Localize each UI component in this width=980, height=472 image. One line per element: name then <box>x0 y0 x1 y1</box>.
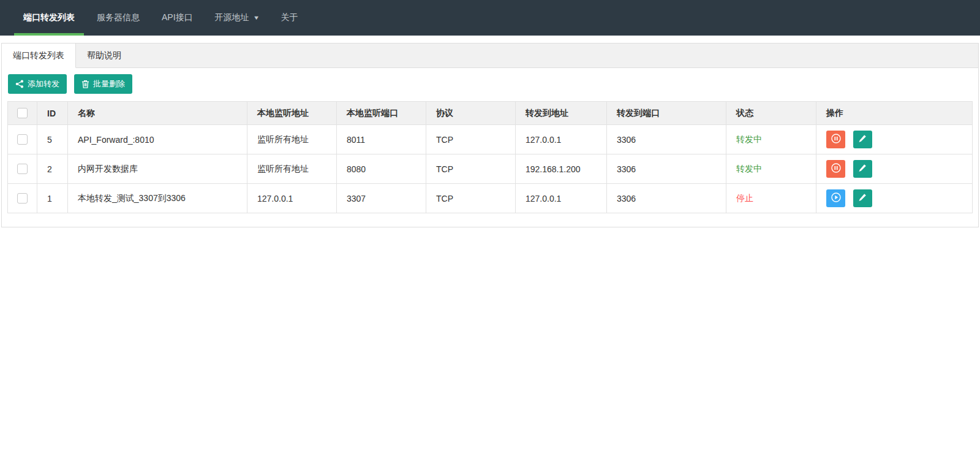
status-badge: 转发中 <box>726 154 816 184</box>
header-status: 状态 <box>726 102 816 125</box>
nav-item-label: 端口转发列表 <box>23 12 75 23</box>
bulk-delete-button[interactable]: 批量删除 <box>74 74 132 94</box>
nav-item-api[interactable]: API接口 <box>153 0 202 36</box>
tab-port-forward-list[interactable]: 端口转发列表 <box>2 44 76 68</box>
cell-protocol: TCP <box>426 154 516 184</box>
row-checkbox[interactable] <box>17 134 28 145</box>
header-select-all-cell <box>8 102 37 125</box>
nav-item-port-forward-list[interactable]: 端口转发列表 <box>14 0 84 36</box>
cell-actions <box>816 184 973 213</box>
bulk-delete-label: 批量删除 <box>93 78 125 89</box>
cell-forward-addr: 127.0.0.1 <box>516 184 607 213</box>
cell-listen-port: 8080 <box>337 154 426 184</box>
cell-actions <box>816 154 973 184</box>
cell-forward-addr: 192.168.1.200 <box>516 154 607 184</box>
cell-protocol: TCP <box>426 184 516 213</box>
select-all-checkbox[interactable] <box>17 108 28 118</box>
header-id: ID <box>37 102 68 125</box>
header-actions: 操作 <box>816 102 973 125</box>
status-badge: 停止 <box>726 184 816 213</box>
nav-item-label: 关于 <box>281 12 298 23</box>
cell-actions <box>816 125 973 154</box>
cell-id: 2 <box>37 154 68 184</box>
tab-help[interactable]: 帮助说明 <box>76 44 132 67</box>
header-protocol: 协议 <box>426 102 516 125</box>
cell-id: 1 <box>37 184 68 213</box>
forward-table: ID 名称 本地监听地址 本地监听端口 协议 转发到地址 转发到端口 状态 操作 <box>7 101 973 213</box>
cell-forward-port: 3306 <box>607 154 726 184</box>
pencil-icon <box>858 193 867 204</box>
cell-listen-addr: 监听所有地址 <box>247 125 337 154</box>
pause-button[interactable] <box>826 131 845 148</box>
play-icon <box>831 192 842 205</box>
cell-name: 内网开发数据库 <box>68 154 247 184</box>
trash-icon <box>81 80 89 88</box>
table-row: 2 内网开发数据库 监听所有地址 8080 TCP 192.168.1.200 … <box>8 154 973 184</box>
caret-down-icon: ▼ <box>252 15 259 21</box>
row-checkbox[interactable] <box>17 164 28 174</box>
pencil-icon <box>858 164 867 174</box>
cell-forward-port: 3306 <box>607 125 726 154</box>
cell-listen-addr: 监听所有地址 <box>247 154 337 184</box>
nav-item-label: 服务器信息 <box>97 12 140 23</box>
table-row: 5 API_Forward_:8010 监听所有地址 8011 TCP 127.… <box>8 125 973 154</box>
cell-listen-port: 3307 <box>337 184 426 213</box>
edit-button[interactable] <box>853 160 872 178</box>
main-panel: 端口转发列表 帮助说明 添加转发 <box>1 43 979 227</box>
cell-id: 5 <box>37 125 68 154</box>
edit-button[interactable] <box>853 131 872 148</box>
tab-label: 帮助说明 <box>87 50 121 61</box>
nav-item-open-source-dropdown[interactable]: 开源地址 ▼ <box>206 0 268 36</box>
cell-name: API_Forward_:8010 <box>68 125 247 154</box>
header-name: 名称 <box>68 102 247 125</box>
edit-button[interactable] <box>853 189 872 207</box>
cell-name: 本地转发_测试_3307到3306 <box>68 184 247 213</box>
add-forward-button[interactable]: 添加转发 <box>8 74 67 94</box>
pause-icon <box>831 133 842 146</box>
cell-listen-port: 8011 <box>337 125 426 154</box>
nav-item-label: API接口 <box>162 12 193 23</box>
cell-forward-port: 3306 <box>607 184 726 213</box>
top-navbar: 端口转发列表 服务器信息 API接口 开源地址 ▼ 关于 <box>0 0 980 36</box>
table-header-row: ID 名称 本地监听地址 本地监听端口 协议 转发到地址 转发到端口 状态 操作 <box>8 102 973 125</box>
header-forward-addr: 转发到地址 <box>516 102 607 125</box>
status-badge: 转发中 <box>726 125 816 154</box>
pause-icon <box>831 162 842 175</box>
row-select-cell <box>8 154 37 184</box>
share-icon <box>15 80 24 88</box>
cell-protocol: TCP <box>426 125 516 154</box>
nav-item-label: 开源地址 <box>215 12 249 23</box>
pause-button[interactable] <box>826 160 845 178</box>
add-forward-label: 添加转发 <box>28 78 59 89</box>
panel-body: 添加转发 批量删除 <box>2 68 978 227</box>
tab-bar: 端口转发列表 帮助说明 <box>2 44 978 68</box>
toolbar: 添加转发 批量删除 <box>8 74 973 94</box>
play-button[interactable] <box>826 189 845 207</box>
row-select-cell <box>8 125 37 154</box>
table-row: 1 本地转发_测试_3307到3306 127.0.0.1 3307 TCP 1… <box>8 184 973 213</box>
header-forward-port: 转发到端口 <box>607 102 726 125</box>
tab-label: 端口转发列表 <box>13 50 64 61</box>
pencil-icon <box>858 134 867 145</box>
header-listen-port: 本地监听端口 <box>337 102 426 125</box>
header-listen-addr: 本地监听地址 <box>247 102 337 125</box>
nav-item-about[interactable]: 关于 <box>272 0 307 36</box>
cell-listen-addr: 127.0.0.1 <box>247 184 337 213</box>
row-select-cell <box>8 184 37 213</box>
row-checkbox[interactable] <box>17 193 28 204</box>
cell-forward-addr: 127.0.0.1 <box>516 125 607 154</box>
nav-item-server-info[interactable]: 服务器信息 <box>88 0 149 36</box>
